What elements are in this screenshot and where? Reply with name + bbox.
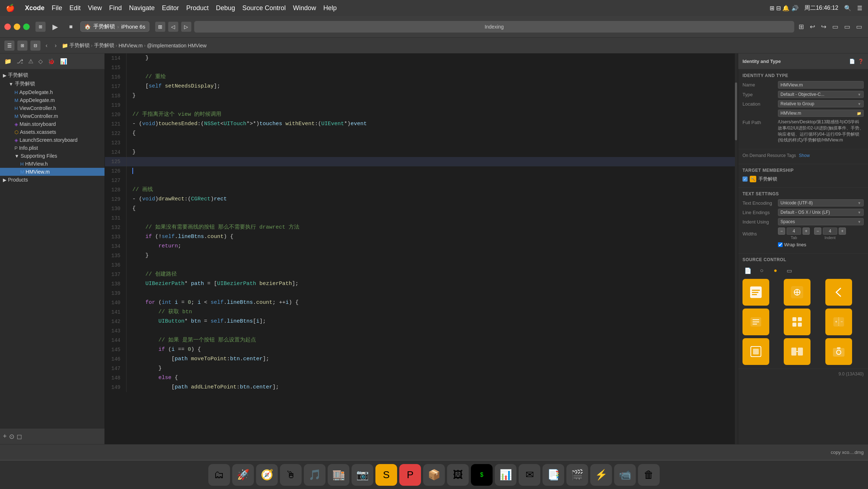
menu-editor[interactable]: Editor — [162, 4, 179, 12]
sc-icon-grid-icon[interactable] — [784, 309, 810, 335]
dock-vlc[interactable]: 🎬 — [566, 464, 588, 486]
sidebar-git-icon[interactable]: ⎇ — [15, 56, 25, 66]
toolbar-btn-1[interactable]: ⊞ — [155, 22, 165, 32]
location-dropdown-icon[interactable]: ▼ — [858, 102, 861, 106]
scheme-selector[interactable]: 🏠 手势解锁 › iPhone 6s — [80, 21, 149, 32]
sidebar-item-supporting-files[interactable]: ▼ Supporting Files — [0, 152, 105, 160]
view-toggle-1[interactable]: ⊞ — [797, 21, 805, 32]
maximize-button[interactable] — [23, 24, 30, 30]
bc-item-1[interactable]: 手势解锁 — [69, 42, 90, 49]
sidebar-debug-icon[interactable]: 🐞 — [46, 56, 56, 66]
apple-menu[interactable]: 🍎 — [6, 4, 15, 12]
sc-icon-1[interactable] — [743, 279, 769, 306]
dock-sketch[interactable]: S — [375, 464, 397, 486]
filter-button[interactable]: ⊙ — [9, 433, 14, 441]
menu-edit[interactable]: Edit — [69, 4, 81, 12]
close-button[interactable] — [4, 24, 11, 30]
nav-btn-3[interactable]: ⊟ — [30, 41, 41, 51]
dock-mouse[interactable]: 🖱 — [280, 464, 302, 486]
nav-btn-2[interactable]: ⊞ — [17, 41, 27, 51]
sc-icon-compare[interactable] — [784, 338, 810, 365]
dock-install[interactable]: 📦 — [423, 464, 445, 486]
inspector-name-value[interactable]: HMView.m — [780, 82, 803, 88]
navigator-toggle[interactable]: ⊞ — [35, 22, 46, 32]
menu-product[interactable]: Product — [186, 4, 209, 12]
menu-find[interactable]: Find — [109, 4, 122, 12]
sidebar-folder-icon[interactable]: 📁 — [3, 56, 13, 66]
add-file-button[interactable]: + — [3, 433, 7, 440]
dock-img[interactable]: 🖼 — [447, 464, 469, 486]
tm-checkbox[interactable]: ✓ — [743, 177, 748, 182]
dock-photos[interactable]: 📷 — [352, 464, 373, 486]
view-toggle-3[interactable]: ↪ — [820, 21, 828, 32]
sc-toolbar-btn-2[interactable]: ○ — [756, 265, 767, 276]
sc-icon-frame[interactable] — [743, 338, 769, 365]
tab-stepper[interactable]: − 4 + — [778, 228, 810, 235]
filename-browse-icon[interactable]: 📁 — [857, 111, 861, 115]
toolbar-btn-2[interactable]: ◁ — [168, 22, 178, 32]
encoding-dropdown-icon[interactable]: ▼ — [858, 201, 861, 205]
code-editor[interactable]: 114 } 115 116 // 重绘 117 [self setNeedsDi… — [105, 54, 738, 444]
dock-sysperf2[interactable]: ⚡ — [590, 464, 612, 486]
sidebar-reporter-icon[interactable]: 📊 — [59, 56, 69, 66]
show-button[interactable]: Show — [799, 153, 810, 158]
dock-ppsx[interactable]: P — [399, 464, 421, 486]
sidebar-item-viewcontroller-h[interactable]: H ViewController.h — [0, 104, 105, 112]
sc-toolbar-btn-4[interactable]: ▭ — [784, 265, 795, 276]
menu-view[interactable]: View — [88, 4, 102, 12]
menu-bar-menu-icon[interactable]: ☰ — [857, 5, 862, 12]
inspector-icon-2[interactable]: ❓ — [858, 59, 864, 64]
sidebar-warn-icon[interactable]: ⚠ — [27, 56, 35, 66]
menu-bar-search-icon[interactable]: 🔍 — [844, 5, 851, 12]
tab-increment[interactable]: + — [803, 228, 810, 235]
menu-debug[interactable]: Debug — [216, 4, 235, 12]
menu-xcode[interactable]: Xcode — [25, 4, 44, 12]
view-toggle-4[interactable]: ▭ — [831, 21, 840, 32]
sidebar-item-assets[interactable]: ⬡ Assets.xcassets — [0, 128, 105, 136]
sidebar-item-viewcontroller-m[interactable]: M ViewController.m — [0, 112, 105, 120]
sidebar-item-group1[interactable]: ▼ 手势解锁 — [0, 80, 105, 88]
menu-window[interactable]: Window — [293, 4, 316, 12]
sc-icon-diff[interactable]: + − — [825, 309, 852, 335]
sidebar-item-main-storyboard[interactable]: ◈ Main.storyboard — [0, 120, 105, 128]
nav-back[interactable]: ‹ — [43, 42, 50, 50]
tab-decrement[interactable]: − — [778, 228, 785, 235]
dock-launchpad[interactable]: 🚀 — [232, 464, 254, 486]
reveal-button[interactable]: ◻ — [17, 433, 22, 441]
sc-icon-list[interactable] — [743, 309, 769, 335]
sidebar-item-appdelegate-m[interactable]: M AppDelegate.m — [0, 96, 105, 104]
sidebar-item-hmview-h[interactable]: H HMView.h — [0, 160, 105, 168]
dock-sysperf[interactable]: 📊 — [495, 464, 516, 486]
wrap-label[interactable]: Wrap lines — [784, 242, 806, 247]
dock-itunes[interactable]: 🎵 — [304, 464, 326, 486]
sidebar-test-icon[interactable]: ◇ — [37, 56, 44, 66]
inspector-wrap-row[interactable]: Wrap lines — [743, 242, 864, 247]
menu-navigate[interactable]: Navigate — [129, 4, 155, 12]
sc-icon-2[interactable] — [784, 279, 810, 306]
sidebar-item-appdelegate-h[interactable]: H AppDelegate.h — [0, 88, 105, 96]
menu-file[interactable]: File — [52, 4, 62, 12]
wrap-checkbox-input[interactable] — [778, 242, 783, 247]
indent-increment[interactable]: + — [839, 228, 846, 235]
view-toggle-2[interactable]: ↩ — [808, 21, 817, 32]
sidebar-item-launch-storyboard[interactable]: ◈ LaunchScreen.storyboard — [0, 136, 105, 144]
indent-decrement[interactable]: − — [814, 228, 821, 235]
indent-dropdown-icon[interactable]: ▼ — [858, 220, 861, 224]
indent-stepper[interactable]: − 4 + — [814, 228, 846, 235]
run-button[interactable]: ▶ — [48, 20, 61, 33]
nav-forward[interactable]: › — [52, 42, 59, 50]
dock-appstore[interactable]: 🏬 — [328, 464, 349, 486]
sidebar-item-hmview-m[interactable]: M HMView.m — [0, 168, 105, 176]
line-endings-dropdown-icon[interactable]: ▼ — [858, 211, 861, 214]
sc-icon-back[interactable] — [825, 279, 852, 306]
dock-mail[interactable]: ✉ — [519, 464, 540, 486]
sidebar-item-products[interactable]: ▶ Products — [0, 176, 105, 184]
minimize-button[interactable] — [14, 24, 20, 30]
stop-button[interactable]: ■ — [64, 20, 77, 33]
dock-keynote[interactable]: 📑 — [542, 464, 564, 486]
editor-scrollbar[interactable] — [735, 54, 738, 444]
toolbar-btn-3[interactable]: ▷ — [181, 22, 191, 32]
dock-finder[interactable]: 🗂 — [208, 464, 230, 486]
menu-help[interactable]: Help — [323, 4, 337, 12]
sidebar-toggle[interactable]: ☰ — [4, 41, 14, 51]
